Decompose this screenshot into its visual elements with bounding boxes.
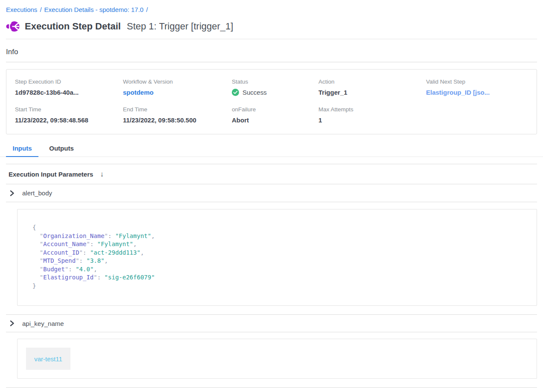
api-key-name-container: var-test11: [17, 339, 537, 379]
field-status: Status Success: [232, 78, 318, 96]
field-valid-next-step: Valid Next Step Elastigroup_ID [jso...: [426, 78, 532, 96]
field-label: Step Execution ID: [15, 78, 123, 85]
field-label: Max Attempts: [318, 106, 426, 113]
field-value: 1: [318, 116, 426, 124]
field-value: Trigger_1: [318, 89, 426, 96]
field-label: End Time: [123, 106, 232, 113]
chevron-right-icon: [9, 190, 15, 196]
info-section-heading: Info: [0, 39, 543, 62]
field-end-time: End Time 11/23/2022, 09:58:50.500: [123, 106, 232, 124]
field-label: Valid Next Step: [426, 78, 532, 85]
info-divider: [6, 62, 537, 62]
breadcrumb: Executions/Execution Details - spotdemo:…: [0, 0, 543, 13]
section-label: alert_body: [22, 189, 52, 197]
api-key-name-value: var-test11: [26, 348, 70, 370]
valid-next-step-link[interactable]: Elastigroup_ID [jso...: [426, 89, 532, 96]
status-text: Success: [242, 89, 267, 96]
breadcrumb-separator-trailing: /: [146, 6, 148, 13]
chevron-right-icon: [9, 320, 15, 326]
workflow-link[interactable]: spotdemo: [123, 89, 232, 96]
field-label: Action: [318, 78, 426, 85]
page-title: Execution Step Detail: [25, 21, 121, 32]
alert-body-json-code: { "Organization_Name": "Fylamynt", "Acco…: [32, 224, 528, 290]
field-value: 11/23/2022, 09:58:50.500: [123, 116, 232, 124]
execution-input-parameters-header: Execution Input Parameters ↓: [6, 164, 537, 184]
field-value: 11/23/2022, 09:58:48.568: [15, 116, 123, 124]
field-label: Workflow & Version: [123, 78, 232, 85]
page-subtitle: Step 1: Trigger [trigger_1]: [127, 21, 233, 32]
execution-parameters: Execution Input Parameters ↓ alert_body …: [6, 164, 537, 392]
field-label: Status: [232, 78, 318, 85]
field-empty: [426, 106, 532, 124]
field-label: Start Time: [15, 106, 123, 113]
section-row-api-key-value[interactable]: api_key_value: [6, 387, 537, 392]
breadcrumb-link-executions[interactable]: Executions: [6, 6, 37, 13]
field-onfailure: onFailure Abort: [232, 106, 318, 124]
execution-input-parameters-title: Execution Input Parameters: [9, 171, 93, 178]
breadcrumb-separator: /: [40, 6, 41, 13]
tab-outputs[interactable]: Outputs: [45, 141, 78, 157]
section-label: api_key_name: [22, 320, 64, 327]
app-logo-icon: [6, 20, 20, 33]
field-action: Action Trigger_1: [318, 78, 426, 96]
tab-bar: Inputs Outputs: [0, 141, 543, 157]
field-label: onFailure: [232, 106, 318, 113]
section-row-alert-body[interactable]: alert_body: [6, 184, 537, 202]
sort-descending-icon[interactable]: ↓: [100, 171, 104, 178]
field-max-attempts: Max Attempts 1: [318, 106, 426, 124]
alert-body-json-container: { "Organization_Name": "Fylamynt", "Acco…: [17, 209, 537, 306]
info-card: Step Execution ID 1d97828c-13b6-40a... W…: [6, 69, 537, 134]
success-check-icon: [232, 89, 239, 96]
breadcrumb-link-execution-details[interactable]: Execution Details - spotdemo: 17.0: [44, 6, 144, 13]
field-workflow-version: Workflow & Version spotdemo: [123, 78, 232, 96]
field-step-execution-id: Step Execution ID 1d97828c-13b6-40a...: [15, 78, 123, 96]
field-value: 1d97828c-13b6-40a...: [15, 89, 123, 96]
tab-inputs[interactable]: Inputs: [6, 141, 38, 157]
section-row-api-key-name[interactable]: api_key_name: [6, 314, 537, 332]
page-header: Execution Step Detail Step 1: Trigger [t…: [0, 13, 543, 39]
field-value: Abort: [232, 116, 318, 124]
field-start-time: Start Time 11/23/2022, 09:58:48.568: [15, 106, 123, 124]
